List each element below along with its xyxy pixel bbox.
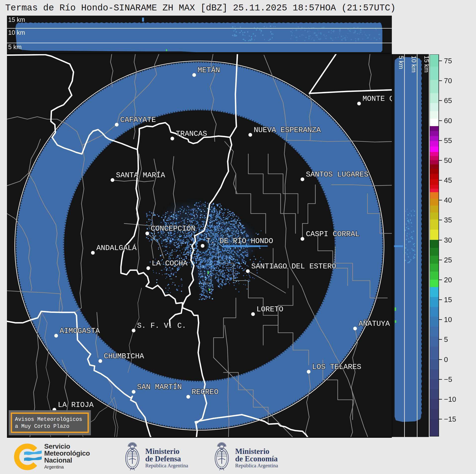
svg-text:SANTA MARÍA: SANTA MARÍA xyxy=(116,171,165,180)
svg-text:45: 45 xyxy=(444,176,452,184)
svg-text:75: 75 xyxy=(444,57,452,65)
svg-text:20: 20 xyxy=(444,276,452,284)
svg-text:CONCEPCIÓN: CONCEPCIÓN xyxy=(151,224,195,233)
svg-text:−5: −5 xyxy=(444,375,452,383)
svg-text:5 km: 5 km xyxy=(8,43,22,50)
svg-text:S. F. V. C.: S. F. V. C. xyxy=(137,322,186,330)
svg-text:−15: −15 xyxy=(444,415,456,423)
svg-text:ANDALGALÁ: ANDALGALÁ xyxy=(96,244,137,252)
svg-text:15: 15 xyxy=(444,296,452,304)
svg-text:TRANCAS: TRANCAS xyxy=(176,130,207,138)
svg-text:Nacional: Nacional xyxy=(44,456,72,464)
svg-text:60: 60 xyxy=(444,117,452,125)
svg-text:50: 50 xyxy=(444,156,452,164)
svg-text:5 km: 5 km xyxy=(398,56,405,69)
svg-text:Argentina: Argentina xyxy=(44,464,64,470)
svg-text:AÑATUYA: AÑATUYA xyxy=(359,320,390,328)
svg-text:40: 40 xyxy=(444,196,452,204)
svg-text:LORETO: LORETO xyxy=(256,305,283,314)
svg-text:SAN MARTÍN: SAN MARTÍN xyxy=(137,383,182,391)
svg-text:de Economía: de Economía xyxy=(235,454,278,463)
svg-text:Servicio: Servicio xyxy=(44,442,70,450)
svg-text:10 km: 10 km xyxy=(8,29,25,36)
svg-text:RECREO: RECREO xyxy=(192,388,219,396)
svg-text:25: 25 xyxy=(444,256,452,264)
svg-text:METÁN: METÁN xyxy=(198,66,220,74)
svg-text:CAFAYATE: CAFAYATE xyxy=(120,116,156,124)
svg-text:a Muy Corto Plazo: a Muy Corto Plazo xyxy=(15,423,69,429)
svg-text:Meteorológico: Meteorológico xyxy=(44,449,90,457)
svg-text:Avisos Meteorológicos: Avisos Meteorológicos xyxy=(15,416,82,422)
svg-text:15 km: 15 km xyxy=(423,56,429,73)
svg-text:T. DE RÍO HONDO: T. DE RÍO HONDO xyxy=(206,237,273,245)
svg-text:−10: −10 xyxy=(444,395,456,403)
svg-text:65: 65 xyxy=(444,97,452,105)
svg-text:10: 10 xyxy=(444,316,452,324)
svg-text:LOS TELARES: LOS TELARES xyxy=(312,363,361,371)
svg-text:LA RIOJA: LA RIOJA xyxy=(58,401,94,409)
svg-text:CHUMBICHA: CHUMBICHA xyxy=(104,352,144,361)
svg-text:55: 55 xyxy=(444,137,452,145)
svg-text:15 km: 15 km xyxy=(8,16,25,23)
svg-text:0: 0 xyxy=(444,356,448,364)
svg-text:de Defensa: de Defensa xyxy=(145,454,181,463)
svg-text:35: 35 xyxy=(444,216,452,224)
svg-text:LA COCHA: LA COCHA xyxy=(152,259,187,268)
svg-text:70: 70 xyxy=(444,77,452,85)
svg-text:MONTE QUEMADO: MONTE QUEMADO xyxy=(363,95,392,103)
svg-text:SANTIAGO DEL ESTERO: SANTIAGO DEL ESTERO xyxy=(251,262,336,271)
svg-text:República Argentina: República Argentina xyxy=(235,463,278,469)
svg-text:NUEVA ESPERANZA: NUEVA ESPERANZA xyxy=(254,126,321,134)
svg-text:5: 5 xyxy=(444,335,448,343)
svg-text:30: 30 xyxy=(444,236,452,244)
svg-text:10 km: 10 km xyxy=(410,56,417,73)
svg-text:CASPI CORRAL: CASPI CORRAL xyxy=(306,230,360,238)
svg-text:AIMOGASTA: AIMOGASTA xyxy=(60,327,100,335)
svg-text:SANTOS LUGARES: SANTOS LUGARES xyxy=(306,170,368,179)
svg-text:República Argentina: República Argentina xyxy=(145,463,188,469)
